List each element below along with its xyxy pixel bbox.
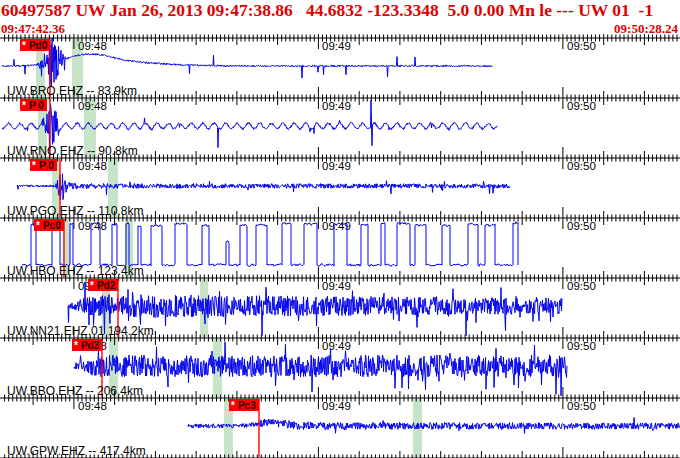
station-channel-label: UW.RNO.EHZ -- 90.8km [7, 144, 138, 158]
p-pick-flag[interactable]: *Pd0 [20, 39, 50, 51]
p-pick-flag[interactable]: *P 0 [30, 159, 57, 171]
p-pick-flag[interactable]: *P 0 [20, 99, 47, 111]
p-pick-flag[interactable]: *Pd3 [72, 339, 102, 351]
pick-marker-asterisk-icon: * [22, 100, 26, 111]
pick-phase-label: P 0 [29, 100, 44, 111]
p-pick-flag[interactable]: *Pd2 [88, 279, 118, 291]
station-channel-label: UW.HBO.EHZ -- 123.4km [7, 264, 144, 278]
p-pick-flag[interactable]: *Pc0 [34, 219, 64, 231]
pick-marker-asterisk-icon: * [74, 340, 78, 351]
p-pick-flag[interactable]: *Pc3 [229, 399, 259, 411]
pick-phase-label: Pd2 [97, 280, 115, 291]
pick-marker-asterisk-icon: * [32, 160, 36, 171]
pick-phase-label: Pc3 [238, 400, 256, 411]
station-channel-label: UW.BBO.EHZ -- 206.4km [7, 384, 143, 398]
station-channel-label: UW.NN21.EHZ.01 194.2km [7, 324, 154, 338]
pick-marker-asterisk-icon: * [231, 400, 235, 411]
pick-marker-asterisk-icon: * [90, 280, 94, 291]
station-channel-label: UW.PGO.EHZ -- 110.8km [7, 204, 143, 218]
pick-phase-label: Pc0 [43, 220, 61, 231]
pick-phase-label: Pd3 [81, 340, 99, 351]
station-channel-label: UW.GPW.EHZ -- 417.4km [7, 444, 146, 458]
pick-phase-label: P 0 [39, 160, 54, 171]
pick-phase-label: Pd0 [29, 40, 47, 51]
station-channel-label: UW.BRO.EHZ -- 83.9km [7, 84, 137, 98]
pick-marker-asterisk-icon: * [36, 220, 40, 231]
pick-marker-asterisk-icon: * [22, 40, 26, 51]
seismogram-viewer-window: 60497587 UW Jan 26, 2013 09:47:38.86 44.… [0, 0, 680, 458]
